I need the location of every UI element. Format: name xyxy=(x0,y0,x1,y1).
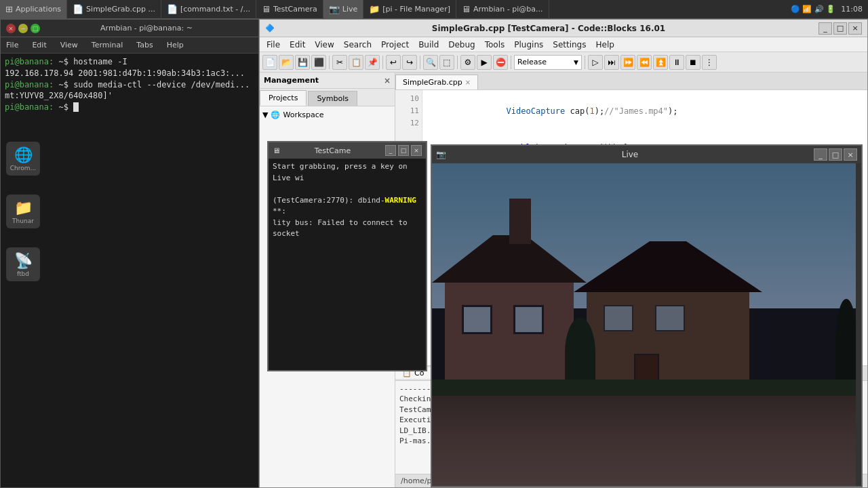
cb-restore-btn[interactable]: □ xyxy=(833,22,847,35)
file-tab-label: SimpleGrab.cpp xyxy=(403,78,462,87)
cb-menu-plugins[interactable]: Plugins xyxy=(510,39,547,51)
taskbar-armbian[interactable]: 🖥 Armbian - pi@ba... xyxy=(456,0,549,19)
dark-overlay xyxy=(432,163,861,486)
testcam-titlebar: 🖥 TestCame _ □ × xyxy=(269,142,426,159)
cb-menu-build[interactable]: Build xyxy=(414,39,443,51)
release-dropdown-arrow: ▼ xyxy=(574,59,578,66)
desktop-icon-chrome[interactable]: 🌐 Chrom... xyxy=(6,142,40,176)
cb-menu-settings[interactable]: Settings xyxy=(549,39,590,51)
terminal-titlebar: × − □ Armbian - pi@banana: ~ xyxy=(1,20,258,37)
cb-menu-project[interactable]: Project xyxy=(377,39,413,51)
cb-titlebar: 🔷 SimpleGrab.cpp [TestCamera] - Code::Bl… xyxy=(260,20,867,37)
live-camera-window: 📷 Live _ □ × xyxy=(431,144,863,487)
taskbar-commandtxt[interactable]: 📄 [command.txt - /... xyxy=(161,0,256,19)
live-window-controls[interactable]: _ □ × xyxy=(814,148,857,161)
taskbar-live[interactable]: 📷 Live xyxy=(323,0,363,19)
testcam-maximize[interactable]: □ xyxy=(398,145,409,156)
taskbar-filemanager[interactable]: 📁 [pi - File Manager] xyxy=(363,0,456,19)
term-line-2: 192.168.178.94 2001:981:d47b:1:90ab:34b3… xyxy=(5,68,254,79)
new-btn[interactable]: 📄 xyxy=(262,55,277,70)
cb-menu-search[interactable]: Search xyxy=(340,39,376,51)
live-scrollbar[interactable] xyxy=(856,163,861,486)
terminal-menu-help[interactable]: Help xyxy=(164,39,186,51)
terminal-window-controls[interactable]: × − □ xyxy=(6,24,40,33)
file-icon-2: 📄 xyxy=(167,4,178,14)
tab-symbols[interactable]: Symbols xyxy=(308,91,357,106)
testcam-line-4: lity bus: Failed to connect to socket xyxy=(273,218,422,240)
file-tab-close[interactable]: × xyxy=(465,79,471,86)
live-title: Live xyxy=(446,150,814,159)
term-line-3: pi@banana: ~$ sudo media-ctl --device /d… xyxy=(5,79,254,91)
run-btn[interactable]: ▶ xyxy=(477,55,492,70)
debug-pause-btn[interactable]: ⏸ xyxy=(669,55,684,70)
camera-icon: 📷 xyxy=(329,4,340,14)
cb-menu-view[interactable]: View xyxy=(311,39,338,51)
debug-step4-btn[interactable]: ⏫ xyxy=(653,55,668,70)
live-close[interactable]: × xyxy=(844,148,857,161)
debug-stop-btn[interactable]: ⏹ xyxy=(686,55,701,70)
toolbar-sep-1 xyxy=(329,56,330,69)
release-label: Release xyxy=(517,58,547,66)
testcam-line-1: Start grabbing, press a key on Live wi xyxy=(273,161,422,184)
testcam-close[interactable]: × xyxy=(411,145,422,156)
terminal-menu-terminal[interactable]: Terminal xyxy=(89,39,126,51)
management-close[interactable]: × xyxy=(384,76,391,85)
terminal-icon: 🖥 xyxy=(462,4,471,14)
cb-window-controls[interactable]: _ □ × xyxy=(818,22,862,35)
file-tab-simplecrab[interactable]: SimpleGrab.cpp × xyxy=(395,75,478,89)
file-tabs: SimpleGrab.cpp × xyxy=(395,73,867,90)
taskbar-tray: 🔵 📶 🔊 🔋 11:08 xyxy=(785,5,868,14)
taskbar-testcamera[interactable]: 🖥 TestCamera xyxy=(256,0,323,19)
terminal-menu-view[interactable]: View xyxy=(58,39,81,51)
cb-close-btn[interactable]: × xyxy=(848,22,862,35)
cb-minimize-btn[interactable]: _ xyxy=(818,22,832,35)
term-line-5: pi@banana: ~$ xyxy=(5,102,254,113)
live-maximize[interactable]: □ xyxy=(829,148,842,161)
file-icon: 📄 xyxy=(73,4,83,14)
replace-btn[interactable]: ⬚ xyxy=(439,55,454,70)
management-label: Management xyxy=(264,76,319,85)
minimize-btn[interactable]: − xyxy=(18,24,28,33)
debug-run-btn[interactable]: ▷ xyxy=(588,55,603,70)
debug-step2-btn[interactable]: ⏩ xyxy=(620,55,635,70)
testcam-window-controls[interactable]: _ □ × xyxy=(385,145,422,156)
camera-scene xyxy=(432,163,861,486)
undo-btn[interactable]: ↩ xyxy=(386,55,401,70)
close-btn[interactable]: × xyxy=(6,24,16,33)
debug-step-btn[interactable]: ⏭ xyxy=(604,55,619,70)
folder-icon: 📁 xyxy=(369,4,380,14)
cb-menu-debug[interactable]: Debug xyxy=(444,39,479,51)
maximize-btn[interactable]: □ xyxy=(31,24,40,33)
terminal-menu-file[interactable]: File xyxy=(3,39,21,51)
desktop-icon-ftbd[interactable]: 📡 ftbd xyxy=(6,247,40,281)
build-btn[interactable]: ⚙ xyxy=(460,55,475,70)
copy-btn[interactable]: 📋 xyxy=(349,55,363,70)
cb-menu-edit[interactable]: Edit xyxy=(285,39,309,51)
cb-menu-tools[interactable]: Tools xyxy=(481,39,509,51)
toolbar-sep-6 xyxy=(585,56,585,69)
cb-menu-file[interactable]: File xyxy=(262,39,284,51)
toolbar-sep-3 xyxy=(420,56,420,69)
redo-btn[interactable]: ↪ xyxy=(402,55,417,70)
workspace-item[interactable]: ▼ 🌐 Workspace xyxy=(262,109,392,121)
open-btn[interactable]: 📂 xyxy=(279,55,294,70)
stop-btn[interactable]: ⛔ xyxy=(493,55,508,70)
save-btn[interactable]: 💾 xyxy=(295,55,310,70)
cb-menu-help[interactable]: Help xyxy=(591,39,618,51)
taskbar-simplecrab[interactable]: 📄 SimpleGrab.cpp ... xyxy=(67,0,161,19)
debug-extra-btn[interactable]: ⋮ xyxy=(702,55,717,70)
terminal-menu-tabs[interactable]: Tabs xyxy=(134,39,155,51)
live-minimize[interactable]: _ xyxy=(814,148,827,161)
save-all-btn[interactable]: ⬛ xyxy=(311,55,326,70)
terminal-menu-edit[interactable]: Edit xyxy=(29,39,49,51)
cut-btn[interactable]: ✂ xyxy=(332,55,347,70)
debug-step3-btn[interactable]: ⏪ xyxy=(637,55,652,70)
release-select[interactable]: Release ▼ xyxy=(514,55,582,70)
paste-btn[interactable]: 📌 xyxy=(365,55,380,70)
tab-projects[interactable]: Projects xyxy=(260,90,307,106)
find-btn[interactable]: 🔍 xyxy=(423,55,438,70)
desktop-icon-thunar[interactable]: 📁 Thunar xyxy=(6,195,40,228)
taskbar-applications[interactable]: ⊞ Applications xyxy=(0,0,67,19)
testcam-minimize[interactable]: _ xyxy=(385,145,396,156)
workspace-globe-icon: 🌐 xyxy=(271,110,280,119)
